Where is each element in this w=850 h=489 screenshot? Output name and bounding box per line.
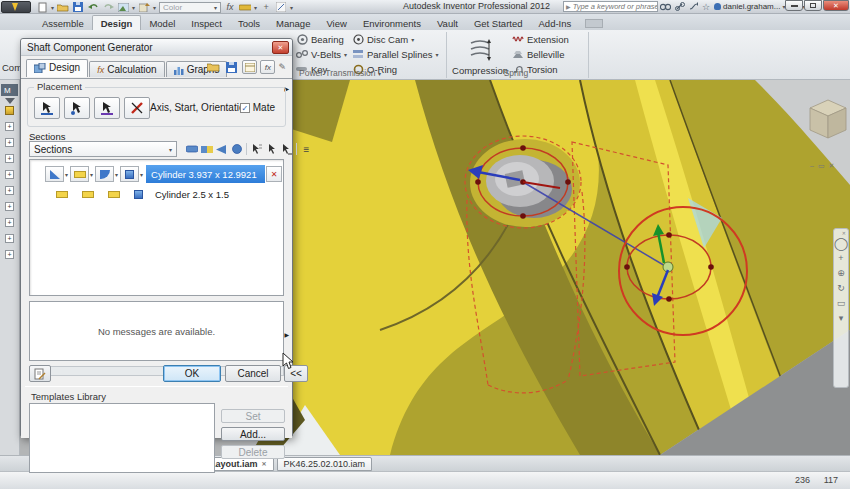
- navigation-bar[interactable]: ✕ ◯ + ⊕ ↻ ▭ ▾: [833, 228, 849, 388]
- doc-restore-icon[interactable]: ▭: [818, 162, 825, 170]
- sketch-icon[interactable]: [275, 2, 287, 13]
- select-start-button[interactable]: [64, 97, 90, 119]
- filter-funnel-icon[interactable]: [5, 98, 15, 104]
- delete-button[interactable]: Delete: [221, 445, 285, 459]
- measure-plus-icon[interactable]: +: [260, 2, 272, 13]
- qat-customize-caret-icon[interactable]: ▾: [290, 4, 293, 11]
- dialog-title-bar[interactable]: Shaft Component Generator: [21, 39, 292, 56]
- tree-expand-icon[interactable]: +: [5, 122, 14, 131]
- select-axis-button[interactable]: [34, 97, 60, 119]
- section-subfeature-button[interactable]: [120, 166, 139, 182]
- pointer-icon[interactable]: [264, 142, 279, 156]
- tree-expand-icon[interactable]: +: [5, 250, 14, 259]
- section-end-feature-button[interactable]: [95, 166, 114, 182]
- look-at-icon[interactable]: ▭: [837, 299, 846, 308]
- dialog-save-icon[interactable]: [224, 60, 239, 74]
- close-button[interactable]: ✕: [823, 0, 849, 11]
- navbar-more-icon[interactable]: ▾: [839, 314, 844, 323]
- subscription-icon[interactable]: [689, 2, 698, 11]
- tab-design[interactable]: Design: [92, 15, 142, 30]
- undo-icon[interactable]: [87, 2, 99, 13]
- tab-assemble[interactable]: Assemble: [34, 16, 92, 30]
- dialog-pencil-icon[interactable]: ✎: [278, 62, 286, 72]
- parameters-fx-icon[interactable]: fx: [224, 2, 236, 13]
- tab-manage[interactable]: Manage: [268, 16, 318, 30]
- expander-right-icon2[interactable]: ▶: [284, 331, 289, 338]
- cancel-selection-button[interactable]: [124, 97, 150, 119]
- doc-tab-close-icon[interactable]: ✕: [262, 460, 267, 467]
- link-icon[interactable]: [675, 2, 685, 11]
- cell-caret-icon[interactable]: ▾: [115, 171, 118, 178]
- belleville-button[interactable]: Belleville: [512, 48, 565, 60]
- list-view-icon[interactable]: ≡: [299, 142, 314, 156]
- tab-vault[interactable]: Vault: [429, 16, 466, 30]
- tab-get-started[interactable]: Get Started: [466, 16, 531, 30]
- pan-icon[interactable]: +: [838, 254, 843, 263]
- section-start-feature-button[interactable]: [45, 166, 64, 182]
- new-caret-icon[interactable]: ▾: [51, 4, 54, 11]
- section-row-2[interactable]: Cylinder 2.5 x 1.5: [30, 184, 283, 204]
- tab-environments[interactable]: Environments: [355, 16, 429, 30]
- add-button[interactable]: Add...: [221, 427, 285, 441]
- spring-panel-label[interactable]: Spring: [446, 68, 586, 78]
- mate-option[interactable]: ✓ Mate: [240, 102, 275, 113]
- restore-button[interactable]: [804, 0, 822, 11]
- v-belts-button[interactable]: V-Belts ▾: [296, 48, 347, 60]
- user-account[interactable]: daniel.graham... ▾: [714, 2, 785, 11]
- material-swatch-icon[interactable]: [239, 2, 251, 13]
- tab-tools[interactable]: Tools: [230, 16, 268, 30]
- set-button[interactable]: Set: [221, 409, 285, 423]
- pointer-options-icon[interactable]: [249, 142, 264, 156]
- ok-button[interactable]: OK: [163, 365, 221, 382]
- doc-tab-pk46[interactable]: PK46.25.02.010.iam: [277, 457, 373, 471]
- export-icon[interactable]: [138, 2, 150, 13]
- section-row-1[interactable]: ▾ ▾ ▾ ▾ Cylinder 3.937 x 12.9921 ✕: [30, 164, 283, 184]
- templates-library-list[interactable]: [29, 403, 215, 473]
- tree-expand-icon[interactable]: +: [5, 138, 14, 147]
- cell-caret-icon[interactable]: ▾: [90, 171, 93, 178]
- export-caret-icon[interactable]: ▾: [153, 4, 156, 11]
- tab-view[interactable]: View: [318, 16, 354, 30]
- save-icon[interactable]: [72, 2, 84, 13]
- cylinder-section-icon[interactable]: [184, 142, 199, 156]
- cell-caret-icon[interactable]: ▾: [65, 171, 68, 178]
- navigation-wheel-icon[interactable]: ◯: [834, 239, 849, 248]
- dialog-tab-design[interactable]: Design: [26, 59, 88, 77]
- cancel-button[interactable]: Cancel: [225, 365, 281, 382]
- doc-minimize-icon[interactable]: ‒: [810, 162, 814, 170]
- polygon-section-icon[interactable]: [229, 142, 244, 156]
- select-orientation-button[interactable]: [94, 97, 120, 119]
- doc-close-icon[interactable]: ✕: [829, 162, 835, 170]
- new-document-icon[interactable]: [36, 2, 48, 13]
- search-input[interactable]: [573, 2, 657, 11]
- model-browser-panel[interactable]: M + + + + + + + + +: [0, 80, 20, 455]
- extension-button[interactable]: Extension: [512, 33, 569, 45]
- dialog-close-button[interactable]: ✕: [272, 41, 289, 54]
- color-override-combo[interactable]: Color ▾: [159, 2, 221, 13]
- tab-model[interactable]: Model: [141, 16, 183, 30]
- bearing-button[interactable]: Bearing: [296, 33, 344, 45]
- parallel-splines-button[interactable]: Parallel Splines ▾: [352, 48, 439, 60]
- dialog-preview-toggle-button[interactable]: [242, 60, 257, 74]
- sections-list[interactable]: ▾ ▾ ▾ ▾ Cylinder 3.937 x 12.9921 ✕ Cylin…: [29, 159, 284, 296]
- mate-checkbox[interactable]: ✓: [240, 103, 250, 113]
- disc-cam-button[interactable]: Disc Cam ▾: [352, 33, 414, 45]
- split-section-icon[interactable]: [199, 142, 214, 156]
- minimize-button[interactable]: [785, 0, 803, 11]
- delete-section-button[interactable]: ✕: [266, 166, 282, 182]
- zoom-icon[interactable]: ⊕: [837, 269, 845, 278]
- dialog-tab-calculation[interactable]: fx Calculation: [89, 61, 165, 77]
- pointer-measure-icon[interactable]: [279, 142, 294, 156]
- tree-expand-icon[interactable]: +: [5, 154, 14, 163]
- ribbon-overflow-button[interactable]: [585, 19, 603, 28]
- open-icon[interactable]: [57, 2, 69, 13]
- cone-section-icon[interactable]: [214, 142, 229, 156]
- search-binoculars-icon[interactable]: [660, 2, 671, 11]
- favorites-star-icon[interactable]: ☆: [702, 2, 710, 12]
- material-caret-icon[interactable]: ▾: [254, 4, 257, 11]
- image-caret-icon[interactable]: ▾: [132, 4, 135, 11]
- image-icon[interactable]: [117, 2, 129, 13]
- tab-inspect[interactable]: Inspect: [183, 16, 230, 30]
- navbar-close-icon[interactable]: ✕: [842, 230, 846, 236]
- sections-dropdown[interactable]: Sections ▾: [29, 141, 177, 157]
